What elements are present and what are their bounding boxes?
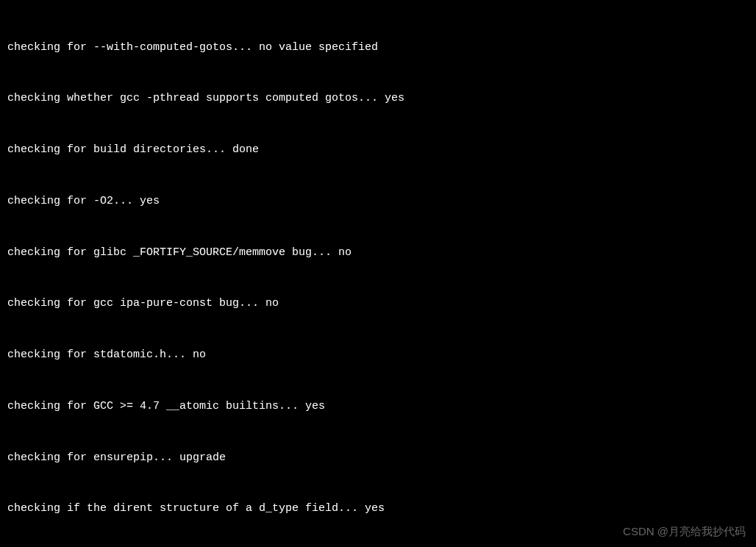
output-line: checking for --with-computed-gotos... no…	[7, 39, 749, 56]
output-line: checking if the dirent structure of a d_…	[7, 500, 749, 517]
output-line: checking for glibc _FORTIFY_SOURCE/memmo…	[7, 244, 749, 261]
output-line: checking for gcc ipa-pure-const bug... n…	[7, 295, 749, 312]
watermark-text: CSDN @月亮给我抄代码	[623, 523, 746, 540]
output-line: checking for stdatomic.h... no	[7, 346, 749, 363]
output-line: checking for GCC >= 4.7 __atomic builtin…	[7, 398, 749, 415]
output-line: checking for ensurepip... upgrade	[7, 449, 749, 466]
output-line: checking whether gcc -pthread supports c…	[7, 90, 749, 107]
output-line: checking for build directories... done	[7, 141, 749, 158]
terminal-output: checking for --with-computed-gotos... no…	[7, 4, 749, 547]
output-line: checking for -O2... yes	[7, 193, 749, 210]
